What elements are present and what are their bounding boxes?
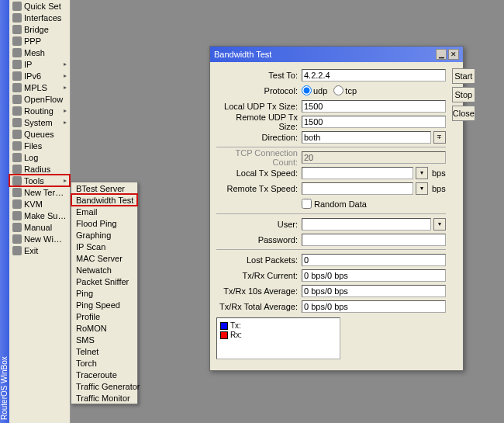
rx-swatch-icon [220,331,228,339]
sidebar-item-interfaces[interactable]: Interfaces [9,12,70,23]
direction-input[interactable] [302,131,431,144]
local-tx-speed-input[interactable] [302,167,413,179]
txrx-avg10-value [302,285,446,297]
submenu-item-flood-ping[interactable]: Flood Ping [71,217,137,229]
app-vertical-title: RouterOS WinBox [0,0,9,423]
sidebar-item-manual[interactable]: Manual [9,221,70,233]
submenu-item-bandwidth-test[interactable]: Bandwidth Test [71,194,137,206]
random-data-checkbox[interactable] [302,199,312,209]
sidebar-item-label: KVM [24,199,67,209]
ip-icon [12,60,22,69]
sidebar-item-queues[interactable]: Queues [9,128,70,140]
submenu-item-traceroute[interactable]: Traceroute [71,369,137,380]
sidebar-item-label: Routing [24,106,61,116]
remote-udp-tx-input[interactable] [302,116,446,128]
sidebar-item-label: Manual [24,223,67,232]
interfaces-icon [12,13,22,23]
sidebar-item-label: System [24,118,61,127]
txrx-avg10-label: Tx/Rx 10s Average: [216,286,302,296]
submenu-item-ping[interactable]: Ping [71,287,137,299]
remote-udp-tx-label: Remote UDP Tx Size: [216,113,302,131]
protocol-tcp-radio[interactable] [333,85,343,95]
sidebar-item-tools[interactable]: Tools▸ [9,175,70,186]
sidebar-item-new-winbox[interactable]: New WinBox [9,233,70,244]
protocol-udp-radio[interactable] [302,85,312,95]
direction-dropdown-icon[interactable]: ∓ [433,131,446,144]
sidebar-item-make-supout-rif[interactable]: Make Supout.rif [9,210,70,221]
sidebar-item-log[interactable]: Log [9,151,70,163]
sidebar-item-exit[interactable]: Exit [9,244,70,256]
submenu-item-torch[interactable]: Torch [71,357,137,369]
close-icon[interactable]: ✕ [448,49,459,60]
submenu-item-ping-speed[interactable]: Ping Speed [71,299,137,310]
tools-submenu: BTest ServerBandwidth TestEmailFlood Pin… [71,182,138,404]
minimize-icon[interactable]: ▁ [436,49,447,60]
submenu-item-ip-scan[interactable]: IP Scan [71,241,137,252]
sidebar-item-label: Log [24,153,67,162]
stop-button[interactable]: Stop [452,87,475,102]
newterm-icon [12,188,22,197]
password-input[interactable] [302,234,446,246]
mpls-icon [12,83,22,92]
sidebar-item-kvm[interactable]: KVM [9,198,70,210]
txrx-current-label: Tx/Rx Current: [216,271,302,280]
openflow-icon [12,95,22,104]
close-button[interactable]: Close [452,106,475,121]
sidebar-item-files[interactable]: Files [9,140,70,151]
sidebar-item-ipv6[interactable]: IPv6▸ [9,70,70,81]
local-tx-speed-toggle-icon[interactable]: ▾ [416,167,428,179]
submenu-item-sms[interactable]: SMS [71,334,137,345]
protocol-label: Protocol: [216,86,302,95]
sidebar-item-new-terminal[interactable]: New Terminal [9,186,70,198]
user-toggle-icon[interactable]: ▾ [433,218,446,231]
local-udp-tx-input[interactable] [302,100,446,113]
rx-legend-label: Rx: [230,331,242,339]
bandwidth-chart: Tx: Rx: [216,317,340,359]
submenu-arrow-icon: ▸ [64,72,67,79]
sidebar-item-label: Radius [24,165,67,174]
txrx-total-label: Tx/Rx Total Average: [216,302,302,311]
submenu-item-traffic-monitor[interactable]: Traffic Monitor [71,392,137,404]
remote-tx-speed-toggle-icon[interactable]: ▾ [416,182,428,195]
sidebar-item-mpls[interactable]: MPLS▸ [9,81,70,93]
submenu-arrow-icon: ▸ [64,61,67,68]
sidebar: Quick SetInterfacesBridgePPPMeshIP▸IPv6▸… [9,0,71,423]
sidebar-item-label: Interfaces [24,13,67,23]
remote-tx-speed-input[interactable] [302,182,413,195]
log-icon [12,153,22,162]
test-to-input[interactable] [302,69,446,81]
sidebar-item-ppp[interactable]: PPP [9,35,70,47]
submenu-item-btest-server[interactable]: BTest Server [71,182,137,194]
direction-label: Direction: [216,133,302,142]
submenu-item-email[interactable]: Email [71,206,137,217]
dialog-titlebar[interactable]: Bandwidth Test ▁ ✕ [210,47,463,62]
sidebar-item-bridge[interactable]: Bridge [9,23,70,35]
submenu-item-packet-sniffer[interactable]: Packet Sniffer [71,276,137,287]
submenu-arrow-icon: ▸ [64,177,67,184]
exit-icon [12,246,22,255]
sidebar-item-routing[interactable]: Routing▸ [9,105,70,116]
user-input[interactable] [302,218,431,231]
start-button[interactable]: Start [452,68,475,84]
submenu-item-telnet[interactable]: Telnet [71,345,137,357]
tools-icon [12,176,22,185]
submenu-item-romon[interactable]: RoMON [71,322,137,334]
submenu-item-mac-server[interactable]: MAC Server [71,252,137,264]
sidebar-item-radius[interactable]: Radius [9,163,70,175]
submenu-item-graphing[interactable]: Graphing [71,229,137,241]
submenu-item-profile[interactable]: Profile [71,310,137,322]
sidebar-item-label: MPLS [24,83,61,92]
submenu-item-traffic-generator[interactable]: Traffic Generator [71,380,137,392]
system-icon [12,118,22,127]
tx-legend-label: Tx: [230,321,241,330]
sidebar-item-ip[interactable]: IP▸ [9,58,70,70]
sidebar-item-label: Quick Set [24,2,67,11]
sidebar-item-label: PPP [24,36,67,46]
sidebar-item-openflow[interactable]: OpenFlow [9,93,70,105]
sidebar-item-mesh[interactable]: Mesh [9,47,70,58]
submenu-item-netwatch[interactable]: Netwatch [71,264,137,276]
sidebar-item-system[interactable]: System▸ [9,116,70,128]
sidebar-item-quick-set[interactable]: Quick Set [9,0,70,12]
sidebar-item-label: New Terminal [24,188,67,197]
txrx-total-value [302,300,446,313]
